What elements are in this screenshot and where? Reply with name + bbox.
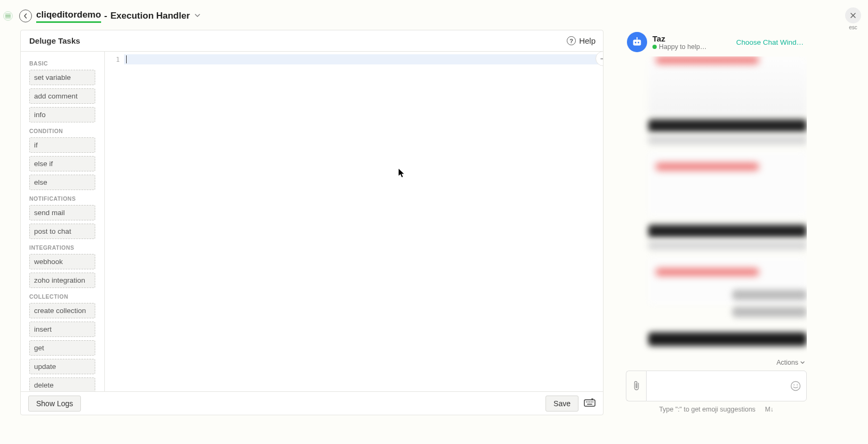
hamburger-line: [5, 18, 11, 19]
task-post-to-chat[interactable]: post to chat: [29, 224, 95, 239]
task-send-mail[interactable]: send mail: [29, 205, 95, 220]
chevron-down-icon: [800, 359, 805, 366]
task-category-collection: COLLECTION: [29, 293, 100, 300]
markdown-indicator[interactable]: M↓: [765, 406, 774, 413]
emoji-button[interactable]: [790, 381, 801, 391]
keyboard-icon: [584, 398, 596, 407]
robot-icon: [631, 36, 643, 48]
chat-user-info: Taz Happy to help…: [652, 34, 707, 51]
actions-label: Actions: [776, 359, 798, 366]
svg-point-11: [636, 37, 638, 38]
task-webhook[interactable]: webhook: [29, 254, 95, 269]
blurred-content: [648, 332, 807, 346]
task-get[interactable]: get: [29, 340, 95, 356]
editor-panel: Deluge Tasks ? Help BASIC set variable a…: [20, 30, 604, 415]
paperclip-icon: [632, 380, 641, 392]
close-button[interactable]: [845, 7, 861, 23]
panel-title: Deluge Tasks: [29, 36, 80, 45]
keyboard-shortcuts-button[interactable]: [584, 398, 596, 409]
blurred-content: [648, 119, 807, 132]
chat-input-container: [646, 371, 807, 401]
task-create-collection[interactable]: create collection: [29, 303, 95, 318]
status-text: Happy to help…: [659, 43, 707, 51]
chevron-left-icon: [23, 13, 28, 19]
blurred-content: [648, 56, 807, 115]
smile-icon: [790, 381, 801, 391]
task-insert[interactable]: insert: [29, 322, 95, 337]
blurred-content: [656, 163, 759, 170]
choose-chat-window-link[interactable]: Choose Chat Wind…: [736, 38, 804, 46]
svg-point-3: [589, 401, 590, 402]
task-set-variable[interactable]: set variable: [29, 70, 95, 85]
page-title: cliqeditordemo - Execution Handler: [36, 10, 201, 23]
svg-point-8: [635, 42, 636, 43]
task-add-comment[interactable]: add comment: [29, 88, 95, 104]
panel-header: Deluge Tasks ? Help: [21, 30, 603, 52]
svg-rect-7: [633, 39, 641, 45]
title-dash: -: [104, 11, 108, 21]
help-label: Help: [579, 36, 596, 45]
blurred-content: [656, 268, 759, 276]
chat-input[interactable]: [653, 371, 787, 401]
attach-button[interactable]: [626, 371, 646, 401]
chat-message-area[interactable]: [626, 56, 807, 357]
hamburger-line: [5, 14, 11, 15]
svg-point-5: [592, 401, 593, 402]
task-else-if[interactable]: else if: [29, 156, 95, 171]
svg-point-13: [793, 384, 795, 385]
esc-label: esc: [844, 24, 863, 30]
help-link[interactable]: ? Help: [567, 36, 596, 45]
show-logs-button[interactable]: Show Logs: [28, 396, 81, 412]
bot-avatar[interactable]: [627, 32, 647, 52]
markdown-label: M↓: [765, 406, 774, 413]
task-category-integrations: INTEGRATIONS: [29, 244, 100, 251]
blurred-content: [732, 290, 807, 300]
task-delete[interactable]: delete: [29, 377, 95, 391]
svg-point-4: [591, 401, 592, 402]
panel-body: BASIC set variable add comment info COND…: [21, 52, 603, 391]
svg-rect-6: [587, 404, 592, 405]
chat-hint-row: Type ":" to get emoji suggestions M↓: [626, 404, 807, 415]
menu-hamburger[interactable]: [3, 11, 13, 21]
task-update[interactable]: update: [29, 359, 95, 374]
status-dot-icon: [652, 45, 657, 49]
tasks-sidebar: BASIC set variable add comment info COND…: [21, 52, 105, 391]
chat-actions-dropdown[interactable]: Actions: [626, 357, 807, 368]
task-zoho-integration[interactable]: zoho integration: [29, 273, 95, 288]
blurred-content: [648, 225, 807, 237]
task-else[interactable]: else: [29, 175, 95, 190]
task-if[interactable]: if: [29, 137, 95, 153]
blurred-content: [656, 56, 759, 64]
hamburger-line: [5, 15, 11, 17]
blurred-content: [648, 241, 807, 250]
chat-bot-status: Happy to help…: [652, 43, 707, 51]
blurred-content: [648, 135, 807, 145]
title-dropdown[interactable]: [194, 11, 201, 21]
svg-point-9: [638, 42, 639, 43]
chat-header: Taz Happy to help… Choose Chat Wind…: [626, 30, 807, 54]
code-editor[interactable]: 1: [105, 52, 603, 391]
svg-point-1: [586, 401, 587, 402]
panel-footer: Show Logs Save: [21, 391, 603, 415]
close-icon: [850, 12, 856, 19]
save-button[interactable]: Save: [545, 396, 578, 412]
help-icon: ?: [567, 36, 576, 45]
svg-point-2: [588, 401, 589, 402]
chat-input-row: [626, 371, 807, 401]
blurred-content: [732, 307, 807, 317]
chevron-down-icon: [194, 12, 201, 19]
text-cursor: [126, 55, 127, 63]
svg-point-12: [791, 382, 800, 391]
task-info[interactable]: info: [29, 107, 95, 122]
arrow-right-icon: [600, 55, 604, 62]
line-number: 1: [105, 56, 120, 63]
line-gutter: 1: [105, 52, 124, 391]
task-category-condition: CONDITION: [29, 128, 100, 134]
task-category-notifications: NOTIFICATIONS: [29, 195, 100, 202]
handler-name: Execution Handler: [111, 11, 190, 21]
back-button[interactable]: [19, 10, 32, 22]
close-area: esc: [844, 7, 863, 30]
active-line-highlight: [124, 54, 603, 64]
app-name: cliqeditordemo: [36, 10, 101, 23]
blurred-content: [648, 152, 807, 216]
